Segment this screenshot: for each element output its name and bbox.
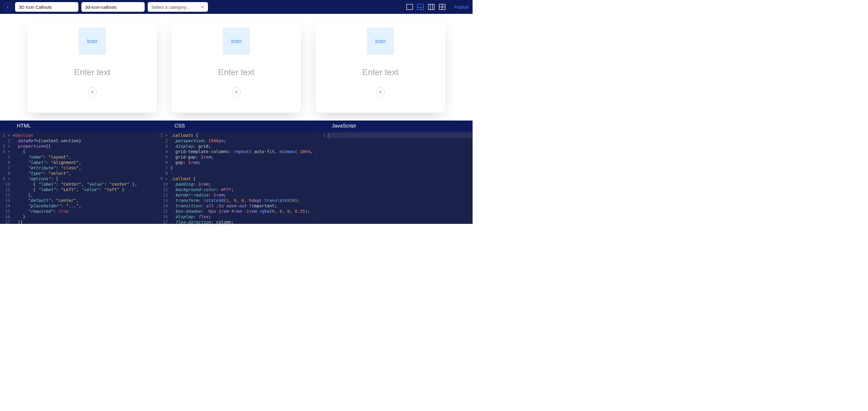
css-tab[interactable]: CSS [158,121,315,131]
layout-columns-icon[interactable] [428,4,435,10]
css-editor[interactable]: 1 ▾23456789 ▾1011121314151617 .callouts … [158,131,315,224]
text-placeholder[interactable]: Enter text [74,67,110,77]
back-button[interactable] [4,3,12,11]
editors-row: 1 ▾23 ▾4 ▾56789 ▾1011121314151617 <Secti… [0,131,472,224]
chevron-left-icon [6,5,9,9]
text-placeholder[interactable]: Enter text [362,67,398,77]
icon-placeholder[interactable]: Icon [223,28,250,55]
select-placeholder: Select a category... [151,4,190,10]
preview-area: Icon Enter text Icon Enter text Icon Ent… [0,14,472,121]
layout-single-icon[interactable] [406,4,413,10]
add-button[interactable] [88,87,97,96]
title-input[interactable] [15,2,79,12]
html-code[interactable]: <Section dataRef={content.section} prope… [13,131,157,224]
layout-switcher [406,4,446,10]
chevron-down-icon [201,6,204,8]
text-placeholder[interactable]: Enter text [218,67,254,77]
js-editor[interactable]: 1 [315,131,472,224]
js-tab[interactable]: JavaScript [315,121,472,131]
icon-placeholder[interactable]: Icon [367,28,394,55]
publish-button[interactable]: Publish [454,4,469,10]
css-code[interactable]: .callouts { perspective: 1500px; display… [170,131,315,224]
css-gutter: 1 ▾23456789 ▾1011121314151617 [158,131,170,224]
category-select[interactable]: Select a category... [148,2,208,12]
plus-icon [378,90,382,94]
editor-tabs: HTML CSS JavaScript [0,121,472,131]
plus-icon [90,90,94,94]
html-gutter: 1 ▾23 ▾4 ▾56789 ▾1011121314151617 [0,131,13,224]
cursor [328,133,328,138]
add-button[interactable] [376,87,385,96]
slug-input[interactable] [82,2,145,12]
html-editor[interactable]: 1 ▾23 ▾4 ▾56789 ▾1011121314151617 <Secti… [0,131,158,224]
js-gutter: 1 [315,131,328,224]
html-tab[interactable]: HTML [0,121,158,131]
plus-icon [234,90,239,94]
callout-card[interactable]: Icon Enter text [27,19,157,113]
callout-card[interactable]: Icon Enter text [315,19,445,113]
layout-split-bottom-icon[interactable] [417,4,424,10]
icon-placeholder[interactable]: Icon [79,28,106,55]
svg-rect-4 [428,4,434,10]
layout-grid-icon[interactable] [438,4,446,10]
callout-card[interactable]: Icon Enter text [172,19,301,113]
svg-rect-0 [407,4,412,10]
add-button[interactable] [232,87,241,96]
topbar: Select a category... Publish [0,0,472,14]
js-code[interactable] [328,131,472,224]
